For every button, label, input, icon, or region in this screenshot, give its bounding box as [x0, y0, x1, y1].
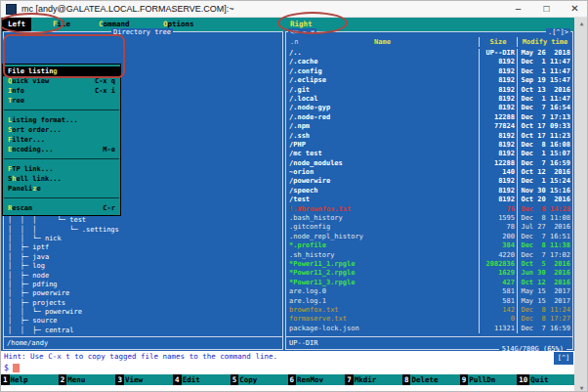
file-row[interactable]: /.node-red12288Dec 7 17:13: [286, 113, 572, 122]
file-size: 11321: [479, 325, 517, 333]
fkey-8[interactable]: 8Delete: [402, 374, 460, 385]
file-row[interactable]: .bash_history1595Dec 8 11:08: [286, 214, 572, 223]
label-text: ncoding...: [12, 146, 53, 153]
file-mtime: Dec 7 16:59: [517, 159, 572, 168]
menu-item-ftp-link[interactable]: FTP link...: [3, 164, 120, 174]
file-row[interactable]: /PHP8192Dec 8 16:08: [286, 141, 572, 150]
file-name: /.node-gyp: [286, 104, 479, 112]
file-name: *.profile: [286, 241, 479, 250]
file-size: 581: [479, 287, 517, 296]
fkey-10[interactable]: 10Quit: [517, 374, 574, 385]
tree-row[interactable]: │ ├─ pdfing: [8, 281, 280, 289]
tree-row[interactable]: │ ├─ node: [8, 272, 280, 281]
file-row[interactable]: /..UP--DIRMay 26 2018: [286, 49, 572, 58]
label-text: Left: [8, 20, 25, 28]
tree-row[interactable]: │ ├─ source: [8, 317, 280, 326]
file-row[interactable]: /.npm77824Oct 17 09:33: [286, 122, 572, 131]
file-row[interactable]: *Power11_3.rpgle427Oct 12 2016: [286, 279, 572, 287]
menubar-item-file[interactable]: File: [47, 18, 76, 31]
file-row[interactable]: /node_modules12288Dec 7 16:59: [286, 159, 572, 168]
menu-item-rescan[interactable]: RescanC-r: [3, 203, 120, 213]
tree-row[interactable]: │ │ │ └─ .settings: [8, 226, 280, 235]
command-line[interactable]: $: [1, 363, 574, 374]
menu-item-tree[interactable]: Tree: [3, 96, 120, 106]
file-row[interactable]: /powerwire8192Dec 1 15:24: [286, 177, 572, 186]
file-size: 384: [479, 241, 517, 250]
file-row[interactable]: /.node-gyp8192Dec 7 16:54: [286, 104, 572, 112]
tree-row[interactable]: │ │ └─ nick: [8, 235, 280, 243]
menu-item-label: Info: [8, 86, 95, 96]
file-row[interactable]: !.#brownfox.txt76Dec 8 14:28: [286, 205, 572, 214]
tree-row[interactable]: │ ├─ log: [8, 262, 280, 271]
terminal-scrollbar[interactable]: ▲ ▼: [574, 18, 588, 392]
tree-row[interactable]: │ ├─ powerwire: [8, 289, 280, 298]
panel-scroll-up-icon[interactable]: [^]: [554, 352, 573, 365]
tree-row[interactable]: │ │ ├─ central: [8, 327, 280, 335]
scrollbar-up-icon[interactable]: ▲: [574, 20, 588, 26]
fkey-label: Mkdir: [354, 374, 377, 385]
file-row[interactable]: are.log.0581May 15 2017: [286, 287, 572, 296]
tree-row[interactable]: │ │ │ └─ test: [8, 216, 280, 225]
right-panel-path[interactable]: <= ~ =: [288, 28, 316, 36]
fkey-5[interactable]: 5Copy: [231, 374, 288, 385]
file-row[interactable]: /test8192Oct 20 2016: [286, 196, 572, 204]
fkey-4[interactable]: 4Edit: [173, 374, 231, 385]
fkey-number: 10: [517, 374, 529, 385]
close-button[interactable]: ✕: [561, 1, 588, 17]
file-row[interactable]: .gitconfig78Jul 27 2016: [286, 223, 572, 232]
menu-item-encoding[interactable]: Encoding...M-e: [3, 145, 120, 154]
file-row[interactable]: brownfox.txt142Dec 8 11:24: [286, 306, 572, 315]
column-size[interactable]: Size: [479, 37, 517, 47]
menu-item-shell-link[interactable]: Shell link...: [3, 174, 120, 184]
file-mtime: Dec 8 11:08: [517, 214, 572, 223]
file-row[interactable]: *.profile384Dec 8 11:38: [286, 241, 572, 250]
menu-item-file-listing[interactable]: File listing: [3, 66, 120, 76]
tree-row[interactable]: │ ├─ iptf: [8, 243, 280, 252]
minimize-button[interactable]: –: [504, 1, 532, 17]
menu-item-quick-view[interactable]: Quick viewC-x q: [3, 76, 120, 86]
tree-row[interactable]: │ ├─ projects: [8, 299, 280, 308]
file-mtime: Dec 8 11:38: [517, 241, 572, 250]
fkey-6[interactable]: 6RenMov: [288, 374, 346, 385]
menubar-item-left[interactable]: Left: [2, 18, 31, 31]
fkey-1[interactable]: 1Help: [1, 374, 59, 385]
fkey-2[interactable]: 2Menu: [59, 374, 116, 385]
fkey-9[interactable]: 9PullDn: [460, 374, 518, 385]
file-row[interactable]: /.eclipse8192Sep 19 15:47: [286, 76, 572, 85]
file-row[interactable]: /mc test8192Dec 1 15:07: [286, 150, 572, 158]
menu-item-label: Sort order...: [8, 125, 115, 135]
panel-history-icon[interactable]: .[^]>: [546, 28, 570, 36]
file-row[interactable]: *Power11_2.rpgle1629Jun 30 2016: [286, 269, 572, 278]
menu-item-info[interactable]: InfoC-x i: [3, 86, 120, 96]
file-row[interactable]: ~orion140Oct 12 2016: [286, 168, 572, 177]
column-mtime[interactable]: Modify time: [517, 37, 572, 47]
file-row[interactable]: .node_repl_history200Dec 7 16:51: [286, 233, 572, 241]
file-row[interactable]: package-lock.json11321Dec 7 16:59: [286, 325, 572, 333]
file-row[interactable]: *Power11_1.rpgle2082836Oct 5 2016: [286, 260, 572, 269]
menu-item-sort-order[interactable]: Sort order...: [3, 125, 120, 135]
file-row[interactable]: /.git8192Oct 13 2016: [286, 86, 572, 95]
file-row[interactable]: /.config8192Dec 1 11:47: [286, 67, 572, 76]
file-row[interactable]: /.ssh8192Oct 17 11:23: [286, 132, 572, 141]
fkey-3[interactable]: 3View: [115, 374, 173, 385]
file-row[interactable]: .sh_history4220Dec 7 17:02: [286, 251, 572, 260]
menu-item-filter[interactable]: Filter...: [3, 135, 120, 145]
menu-item-listing-format[interactable]: Listing format...: [3, 115, 120, 125]
file-size: 77824: [479, 122, 517, 131]
fkey-7[interactable]: 7Mkdir: [345, 374, 402, 385]
file-mtime: Dec 7 16:59: [517, 325, 572, 333]
file-row[interactable]: formaserve.txt0Dec 8 17:27: [286, 315, 572, 324]
file-row[interactable]: /.cache8192Dec 1 11:47: [286, 58, 572, 66]
maximize-button[interactable]: □: [532, 1, 561, 17]
file-row[interactable]: are.log.1581May 15 2017: [286, 297, 572, 306]
column-name[interactable]: .n Name: [286, 37, 479, 47]
file-mtime: May 15 2017: [517, 297, 572, 306]
file-row[interactable]: /speech8192Nov 30 15:16: [286, 187, 572, 196]
menu-item-panelize[interactable]: Panelize: [3, 184, 120, 194]
fkey-label: Edit: [182, 374, 200, 385]
file-name: *Power11_3.rpgle: [286, 279, 479, 287]
file-row[interactable]: /.local8192Dec 1 11:47: [286, 95, 572, 104]
scrollbar-down-icon[interactable]: ▼: [574, 384, 588, 391]
file-mtime: Oct 17 11:23: [517, 132, 572, 141]
tree-row[interactable]: │ ├─ java: [8, 253, 280, 262]
